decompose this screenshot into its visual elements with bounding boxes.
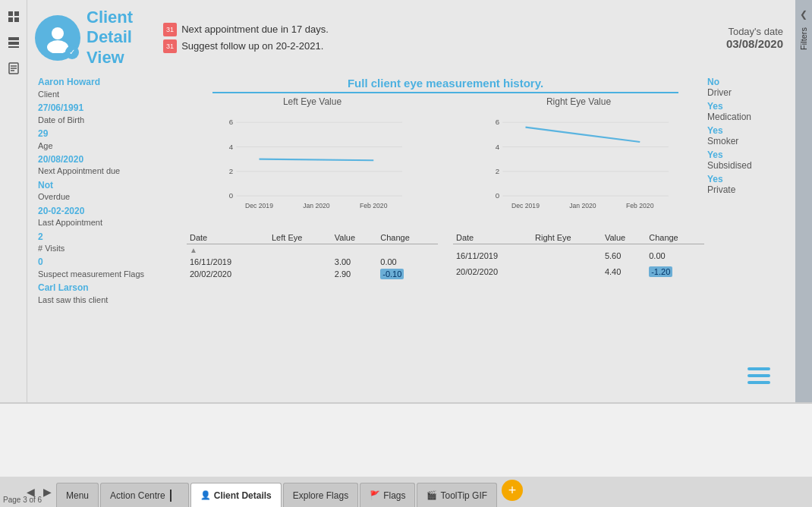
check-badge: ✓: [65, 46, 79, 59]
left-eye-table: Date Left Eye Value Change ▲: [187, 231, 438, 280]
age-label: Age: [38, 140, 184, 151]
avatar: ✓: [35, 15, 80, 61]
tab-action-centre[interactable]: Action Centre: [100, 483, 189, 507]
date-sort[interactable]: ▲: [187, 244, 269, 257]
svg-text:2: 2: [229, 167, 233, 175]
table-row: 16/11/2019 3.00 0.00: [187, 256, 438, 268]
svg-text:Feb 2020: Feb 2020: [360, 202, 388, 209]
driver-label: Driver: [707, 87, 785, 98]
add-tab-button[interactable]: +: [502, 480, 523, 501]
svg-text:Feb 2020: Feb 2020: [626, 202, 654, 209]
client-details-icon: 👤: [200, 490, 211, 500]
svg-text:4: 4: [229, 143, 234, 151]
subsidised-label: Subsidised: [707, 160, 785, 171]
svg-text:6: 6: [496, 118, 499, 127]
svg-rect-1: [14, 11, 19, 16]
tab-explore-flags[interactable]: Explore Flags: [283, 483, 358, 507]
grid-large-icon[interactable]: [3, 32, 24, 53]
tables-row: Date Left Eye Value Change ▲: [187, 231, 704, 280]
svg-text:4: 4: [496, 143, 500, 151]
visits-count: 2: [38, 231, 184, 244]
private-value: Yes: [707, 174, 785, 184]
tab-menu-label: Menu: [66, 490, 89, 501]
flags-label: Suspect measurement Flags: [38, 269, 184, 279]
value-header-r: Value: [602, 231, 646, 244]
right-value-1: 5.60: [602, 247, 646, 264]
overdue-label: Overdue: [38, 191, 184, 202]
svg-text:0: 0: [229, 191, 234, 200]
svg-text:0: 0: [496, 191, 500, 200]
right-eye-label: Right Eye Value: [453, 96, 704, 107]
client-dob: 27/06/1991: [38, 102, 184, 115]
tab-flags[interactable]: 🚩 Flags: [360, 483, 415, 507]
chart-area: Full client eye measurement history. Lef…: [187, 72, 704, 402]
medication-value: Yes: [707, 101, 785, 112]
svg-text:Dec 2019: Dec 2019: [245, 202, 273, 209]
header: ✓ Client Detail View 31 Next appointment…: [27, 0, 795, 72]
svg-rect-4: [8, 37, 19, 40]
date-header-r: Date: [453, 231, 532, 244]
tab-flags-label: Flags: [383, 490, 405, 501]
hamburger-line: [747, 367, 770, 370]
last-appt: 20-02-2020: [38, 206, 184, 218]
cursor: [170, 490, 179, 502]
page-info: Page 3 of 6: [3, 496, 42, 504]
hamburger-button[interactable]: [745, 364, 773, 387]
tab-menu[interactable]: Menu: [56, 483, 99, 507]
avatar-area: ✓ Client Detail View: [35, 8, 133, 68]
calendar-icon-2: 31: [163, 39, 177, 53]
document-icon[interactable]: [3, 58, 24, 79]
tab-client-details[interactable]: 👤 Client Details: [190, 483, 282, 507]
flags-tab-icon: 🚩: [370, 490, 380, 500]
left-eye-header: Left Eye: [269, 231, 332, 244]
right-change-2: -1.20: [646, 264, 704, 281]
today-date: 03/08/2020: [726, 37, 783, 50]
charts-row: Left Eye Value 6 4 2 0 Dec 2019: [187, 96, 704, 225]
table-row: 20/02/2020 4.40 -1.20: [453, 264, 704, 281]
grid-small-icon[interactable]: [3, 6, 24, 27]
left-value-2: 2.90: [332, 268, 377, 280]
svg-rect-5: [8, 42, 19, 45]
collapse-icon[interactable]: ❮: [800, 9, 807, 20]
tab-tooltip-gif[interactable]: 🎬 ToolTip GIF: [417, 483, 497, 507]
right-eye-svg: 6 4 2 0 Dec 2019 Jan 2020 Feb 2020: [453, 110, 704, 216]
header-center: 31 Next appointment due in 17 days. 31 S…: [133, 23, 726, 53]
medication-label: Medication: [707, 112, 785, 122]
tab-action-centre-label: Action Centre: [110, 490, 165, 501]
dob-label: Date of Birth: [38, 115, 184, 125]
overdue-status: Not: [38, 180, 184, 192]
left-value-1: 3.00: [332, 256, 377, 268]
filters-label: Filters: [799, 27, 808, 50]
hamburger-line: [747, 381, 770, 384]
right-eye-header: Right Eye: [532, 231, 602, 244]
date-header: Date: [187, 231, 269, 244]
next-appt-label: Next Appointment due: [38, 165, 184, 176]
svg-point-11: [52, 27, 64, 39]
svg-rect-3: [14, 17, 19, 22]
chart-title: Full client eye measurement history.: [212, 77, 678, 93]
table-row: 16/11/2019 5.60 0.00: [453, 247, 704, 264]
visits-label: # Visits: [38, 243, 184, 254]
driver-value: No: [707, 77, 785, 87]
today-label: Today's date: [726, 26, 783, 37]
last-saw-label: Last saw this client: [38, 294, 184, 305]
appointment-row-2: 31 Suggest follow up on 20-2-2021.: [163, 39, 323, 53]
client-name: Aaron Howard: [38, 77, 184, 89]
appointment-row-1: 31 Next appointment due in 17 days.: [163, 23, 329, 36]
header-title: Client Detail View: [87, 8, 133, 68]
right-value-2: 4.40: [602, 264, 646, 281]
svg-rect-2: [8, 17, 13, 22]
right-date-2: 20/02/2020: [453, 264, 532, 281]
subsidised-value: Yes: [707, 150, 785, 160]
client-age: 29: [38, 128, 184, 140]
smoker-value: Yes: [707, 125, 785, 136]
table-row: 20/02/2020 2.90 -0.10: [187, 268, 438, 280]
private-label: Private: [707, 184, 785, 195]
left-date-1: 16/11/2019: [187, 256, 269, 268]
svg-text:6: 6: [229, 118, 233, 127]
left-change-2: -0.10: [377, 268, 438, 280]
left-eye-chart: Left Eye Value 6 4 2 0 Dec 2019: [187, 96, 438, 225]
hamburger-line: [747, 374, 770, 377]
change-header-r: Change: [646, 231, 704, 244]
svg-text:Dec 2019: Dec 2019: [511, 202, 540, 209]
